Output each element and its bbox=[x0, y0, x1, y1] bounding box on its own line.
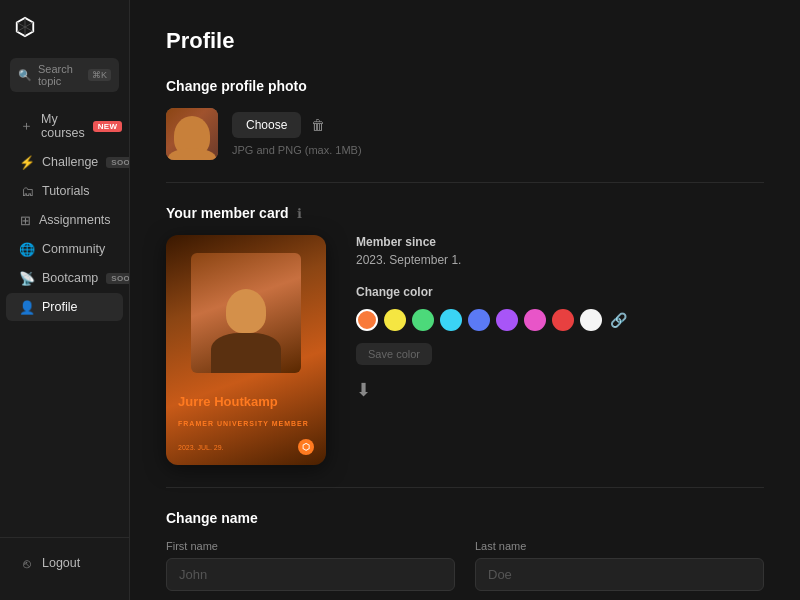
avatar-face bbox=[174, 116, 210, 156]
color-swatch-4[interactable] bbox=[468, 309, 490, 331]
sidebar-item-label: Assignments bbox=[39, 213, 111, 227]
change-name-title: Change name bbox=[166, 510, 764, 526]
new-badge: NEW bbox=[93, 121, 123, 132]
sidebar-nav: ＋ My courses NEW ⚡ Challenge SOON 🗂 Tuto… bbox=[0, 104, 129, 537]
search-shortcut: ⌘K bbox=[88, 69, 111, 81]
card-date: 2023. JUL. 29. bbox=[178, 444, 224, 451]
sidebar-item-label: Profile bbox=[42, 300, 77, 314]
globe-icon: 🌐 bbox=[20, 242, 34, 256]
sidebar-item-label: Community bbox=[42, 242, 105, 256]
main-content: Profile Change profile photo Choose 🗑 JP… bbox=[130, 0, 800, 600]
color-swatch-3[interactable] bbox=[440, 309, 462, 331]
card-info: Member since 2023. September 1. Change c… bbox=[356, 235, 764, 401]
user-icon: 👤 bbox=[20, 300, 34, 314]
change-color-label: Change color bbox=[356, 285, 764, 299]
logout-icon: ⎋ bbox=[20, 556, 34, 570]
member-card-section: Your member card ℹ Jurre Houtkamp FRAMER… bbox=[166, 205, 764, 465]
last-name-group: Last name bbox=[475, 540, 764, 591]
member-since-date: 2023. September 1. bbox=[356, 253, 764, 267]
member-card-title: Your member card bbox=[166, 205, 289, 221]
choose-photo-button[interactable]: Choose bbox=[232, 112, 301, 138]
color-swatch-7[interactable] bbox=[552, 309, 574, 331]
sidebar-bottom: ⎋ Logout bbox=[0, 537, 129, 588]
sidebar-item-bootcamp[interactable]: 📡 Bootcamp SOON bbox=[6, 264, 123, 292]
sidebar-item-tutorials[interactable]: 🗂 Tutorials bbox=[6, 177, 123, 205]
download-icon[interactable]: ⬇ bbox=[356, 380, 371, 400]
search-placeholder: Search topic bbox=[38, 63, 82, 87]
sidebar-item-assignments[interactable]: ⊞ Assignments bbox=[6, 206, 123, 234]
info-icon: ℹ bbox=[297, 206, 302, 221]
color-swatch-8[interactable] bbox=[580, 309, 602, 331]
soon-badge: SOON bbox=[106, 157, 129, 168]
sidebar-item-community[interactable]: 🌐 Community bbox=[6, 235, 123, 263]
sidebar-item-my-courses[interactable]: ＋ My courses NEW bbox=[6, 105, 123, 147]
card-person-silhouette bbox=[211, 289, 281, 373]
last-name-input[interactable] bbox=[475, 558, 764, 591]
card-logo-icon: ⬡ bbox=[298, 439, 314, 455]
save-color-button[interactable]: Save color bbox=[356, 343, 432, 365]
plus-icon: ＋ bbox=[20, 119, 33, 133]
card-face bbox=[191, 253, 301, 373]
color-swatch-2[interactable] bbox=[412, 309, 434, 331]
delete-photo-icon[interactable]: 🗑 bbox=[311, 117, 325, 133]
change-name-section: Change name First name Last name Change … bbox=[166, 510, 764, 591]
member-card-layout: Jurre Houtkamp FRAMER UNIVERSITY MEMBER … bbox=[166, 235, 764, 465]
name-fields: First name Last name bbox=[166, 540, 764, 591]
sidebar-item-label: Challenge bbox=[42, 155, 98, 169]
soon-badge: SOON bbox=[106, 273, 129, 284]
search-icon: 🔍 bbox=[18, 69, 32, 82]
color-picker-icon[interactable]: 🔗 bbox=[610, 312, 627, 328]
avatar-preview bbox=[166, 108, 218, 160]
card-face-inner bbox=[191, 253, 301, 373]
photo-hint: JPG and PNG (max. 1MB) bbox=[232, 144, 362, 156]
divider-2 bbox=[166, 487, 764, 488]
color-swatch-5[interactable] bbox=[496, 309, 518, 331]
member-since-label: Member since bbox=[356, 235, 764, 249]
photo-actions-group: Choose 🗑 JPG and PNG (max. 1MB) bbox=[232, 112, 362, 156]
card-subtitle: FRAMER UNIVERSITY MEMBER bbox=[178, 420, 309, 427]
logout-label: Logout bbox=[42, 556, 80, 570]
sidebar-item-challenge[interactable]: ⚡ Challenge SOON bbox=[6, 148, 123, 176]
member-card-visual: Jurre Houtkamp FRAMER UNIVERSITY MEMBER … bbox=[166, 235, 326, 465]
sidebar: 🔍 Search topic ⌘K ＋ My courses NEW ⚡ Cha… bbox=[0, 0, 130, 600]
search-bar[interactable]: 🔍 Search topic ⌘K bbox=[10, 58, 119, 92]
color-swatch-0[interactable] bbox=[356, 309, 378, 331]
logout-button[interactable]: ⎋ Logout bbox=[6, 549, 123, 577]
card-person-body bbox=[211, 333, 281, 373]
photo-section: Change profile photo Choose 🗑 JPG and PN… bbox=[166, 78, 764, 160]
folder-icon: 🗂 bbox=[20, 184, 34, 198]
sidebar-item-label: Bootcamp bbox=[42, 271, 98, 285]
color-swatch-1[interactable] bbox=[384, 309, 406, 331]
color-swatches: 🔗 bbox=[356, 309, 764, 331]
last-name-label: Last name bbox=[475, 540, 764, 552]
photo-row: Choose 🗑 JPG and PNG (max. 1MB) bbox=[166, 108, 764, 160]
app-logo bbox=[0, 12, 129, 58]
card-name: Jurre Houtkamp bbox=[178, 394, 314, 410]
sidebar-item-label: My courses bbox=[41, 112, 85, 140]
zap-icon: ⚡ bbox=[20, 155, 34, 169]
sidebar-item-profile[interactable]: 👤 Profile bbox=[6, 293, 123, 321]
sidebar-item-label: Tutorials bbox=[42, 184, 89, 198]
first-name-group: First name bbox=[166, 540, 455, 591]
first-name-input[interactable] bbox=[166, 558, 455, 591]
page-title: Profile bbox=[166, 28, 764, 54]
photo-section-title: Change profile photo bbox=[166, 78, 764, 94]
first-name-label: First name bbox=[166, 540, 455, 552]
divider-1 bbox=[166, 182, 764, 183]
photo-actions: Choose 🗑 bbox=[232, 112, 362, 138]
card-person-head bbox=[226, 289, 266, 333]
color-swatch-6[interactable] bbox=[524, 309, 546, 331]
radio-icon: 📡 bbox=[20, 271, 34, 285]
grid-icon: ⊞ bbox=[20, 213, 31, 227]
